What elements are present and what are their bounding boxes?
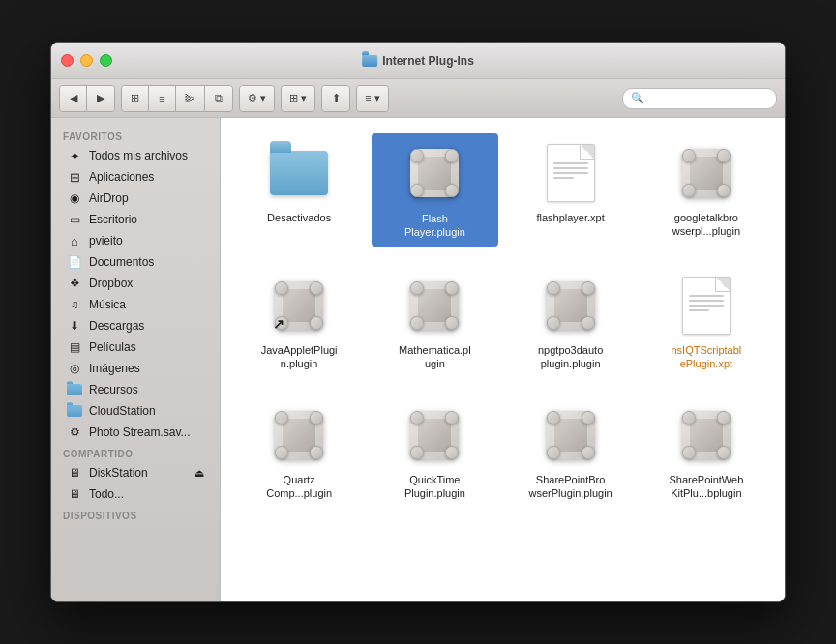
maximize-button[interactable]: [100, 54, 112, 67]
plugin-icon-quicktime: [401, 401, 468, 469]
finder-window: Internet Plug-Ins ◀ ▶ ⊞ ≡ ⫸ ⧉ ⚙ ▾ ⊞ ▾ ⬆ …: [50, 42, 786, 602]
airdrop-icon: ◉: [67, 190, 82, 206]
view-buttons: ⊞ ≡ ⫸ ⧉: [121, 85, 233, 112]
content-area: Desactivados Fla: [221, 118, 785, 601]
sidebar-item-airdrop[interactable]: ◉ AirDrop: [55, 188, 216, 209]
file-item-nsiqt[interactable]: nsIQTScriptabl ePlugin.xpt: [643, 266, 769, 377]
file-label-java: JavaAppletPlugi n.plugin: [255, 343, 343, 371]
file-item-flash[interactable]: Flash Player.plugin: [372, 133, 497, 247]
app-icon: ⊞: [67, 169, 82, 185]
recursos-folder-icon: [67, 382, 82, 397]
movies-icon: ▤: [67, 339, 82, 355]
minimize-button[interactable]: [80, 54, 93, 67]
eject-icon[interactable]: ⏏: [194, 467, 204, 480]
plugin-icon-quartz: [265, 401, 333, 469]
folder-icon-desactivados: [265, 139, 333, 207]
file-label-npgtpo3d: npgtpo3dauto plugin.plugin: [527, 343, 614, 371]
main-area: FAVORITOS ✦ Todos mis archivos ⊞ Aplicac…: [51, 118, 785, 601]
view-icon-button[interactable]: ⊞: [122, 86, 149, 111]
file-item-npgtpo3d[interactable]: npgtpo3dauto plugin.plugin: [508, 266, 634, 377]
file-item-sharepointweb[interactable]: SharePointWeb KitPlu...bplugin: [643, 395, 769, 507]
search-input[interactable]: [648, 93, 768, 104]
plugin-icon-npgtpo3d: [537, 272, 605, 339]
titlebar: Internet Plug-Ins: [51, 43, 785, 79]
file-label-mathematica: Mathematica.pl ugin: [391, 343, 478, 371]
cloudstation-folder-icon: [67, 403, 82, 419]
share-button[interactable]: ⬆: [322, 86, 349, 111]
plugin-icon-sharepointweb: [672, 401, 740, 469]
plugin-icon-mathematica: [401, 272, 468, 339]
search-icon: 🔍: [631, 92, 644, 104]
toolbar: ◀ ▶ ⊞ ≡ ⫸ ⧉ ⚙ ▾ ⊞ ▾ ⬆ ≡ ▾ 🔍: [51, 79, 785, 118]
sidebar-item-diskstation[interactable]: 🖥 DiskStation ⏏: [55, 462, 216, 483]
sidebar-item-imagenes[interactable]: ◎ Imágenes: [55, 358, 216, 379]
docs-icon: 📄: [67, 254, 82, 270]
file-item-mathematica[interactable]: Mathematica.pl ugin: [372, 266, 497, 377]
file-label-quicktime: QuickTime Plugin.plugin: [391, 473, 478, 501]
sidebar-item-dropbox[interactable]: ❖ Dropbox: [55, 273, 216, 294]
sidebar-item-aplicaciones[interactable]: ⊞ Aplicaciones: [55, 166, 216, 188]
close-button[interactable]: [61, 54, 74, 67]
plugin-icon-java: ↗: [265, 272, 333, 339]
desktop-icon: ▭: [67, 212, 82, 227]
file-label-nsiqt: nsIQTScriptabl ePlugin.xpt: [663, 343, 750, 371]
gear-icon: ⚙: [67, 424, 82, 440]
view-column-button[interactable]: ⫸: [176, 86, 205, 111]
forward-button[interactable]: ▶: [87, 86, 114, 111]
sidebar-item-cloudstation[interactable]: CloudStation: [55, 400, 216, 422]
file-grid: Desactivados Fla: [236, 133, 769, 507]
view-cover-button[interactable]: ⧉: [205, 86, 232, 111]
textfile-icon-nsiqt: [672, 272, 740, 339]
share-buttons: ⬆: [321, 85, 350, 112]
sidebar-item-documentos[interactable]: 📄 Documentos: [55, 251, 216, 273]
sidebar-item-musica[interactable]: ♫ Música: [55, 294, 216, 315]
action-button[interactable]: ⚙ ▾: [240, 86, 274, 111]
sidebar-section-dispositivos: DISPOSITIVOS: [51, 505, 220, 524]
file-item-flashxpt[interactable]: flashplayer.xpt: [508, 133, 634, 247]
sidebar-item-descargas[interactable]: ⬇ Descargas: [55, 315, 216, 337]
file-label-desactivados: Desactivados: [267, 211, 331, 224]
file-item-googletalk[interactable]: googletalkbro wserpl...plugin: [643, 133, 769, 247]
file-item-quicktime[interactable]: QuickTime Plugin.plugin: [372, 395, 497, 507]
sidebar: FAVORITOS ✦ Todos mis archivos ⊞ Aplicac…: [51, 118, 221, 601]
arrange-button[interactable]: ⊞ ▾: [282, 86, 314, 111]
plugin-icon-googletalk: [672, 139, 740, 207]
search-bar[interactable]: 🔍: [622, 88, 777, 109]
alias-arrow: ↗: [273, 316, 284, 332]
list-buttons: ≡ ▾: [356, 85, 388, 112]
sidebar-item-photostream[interactable]: ⚙ Photo Stream.sav...: [55, 422, 216, 443]
file-label-googletalk: googletalkbro wserpl...plugin: [663, 211, 750, 239]
back-button[interactable]: ◀: [60, 86, 87, 111]
arrange-buttons: ⊞ ▾: [281, 85, 315, 112]
dropbox-icon: ❖: [67, 276, 82, 291]
user-icon: ⌂: [67, 233, 82, 249]
sidebar-section-compartido: COMPARTIDO: [51, 443, 220, 462]
file-item-sharepoint[interactable]: SharePointBro wserPlugin.plugin: [508, 395, 634, 507]
sidebar-item-peliculas[interactable]: ▤ Películas: [55, 337, 216, 358]
todo-disk-icon: 🖥: [67, 486, 82, 502]
download-icon: ⬇: [67, 318, 82, 334]
file-item-java[interactable]: ↗ JavaAppletPlugi n.plugin: [236, 266, 362, 377]
sidebar-item-pvieito[interactable]: ⌂ pvieito: [55, 230, 216, 251]
title-folder-icon: [362, 55, 377, 67]
file-item-quartz[interactable]: Quartz Comp...plugin: [236, 395, 362, 507]
sidebar-item-escritorio[interactable]: ▭ Escritorio: [55, 209, 216, 230]
star-icon: ✦: [67, 148, 82, 163]
window-title: Internet Plug-Ins: [362, 54, 474, 68]
sidebar-item-todo[interactable]: 🖥 Todo...: [55, 483, 216, 505]
list-button[interactable]: ≡ ▾: [357, 86, 387, 111]
traffic-lights: [61, 54, 112, 67]
music-icon: ♫: [67, 297, 82, 312]
textfile-icon-flashxpt: [537, 139, 605, 207]
file-label-sharepointweb: SharePointWeb KitPlu...bplugin: [663, 473, 750, 501]
file-item-desactivados[interactable]: Desactivados: [236, 133, 362, 247]
file-label-sharepoint: SharePointBro wserPlugin.plugin: [527, 473, 614, 501]
file-label-flashxpt: flashplayer.xpt: [536, 211, 604, 224]
disk-icon: 🖥: [67, 465, 82, 481]
sidebar-item-recursos[interactable]: Recursos: [55, 379, 216, 400]
action-buttons: ⚙ ▾: [239, 85, 275, 112]
sidebar-item-todos[interactable]: ✦ Todos mis archivos: [55, 145, 216, 166]
file-label-flash: Flash Player.plugin: [391, 211, 478, 241]
sidebar-section-favoritos: FAVORITOS: [51, 126, 220, 145]
view-list-button[interactable]: ≡: [149, 86, 176, 111]
